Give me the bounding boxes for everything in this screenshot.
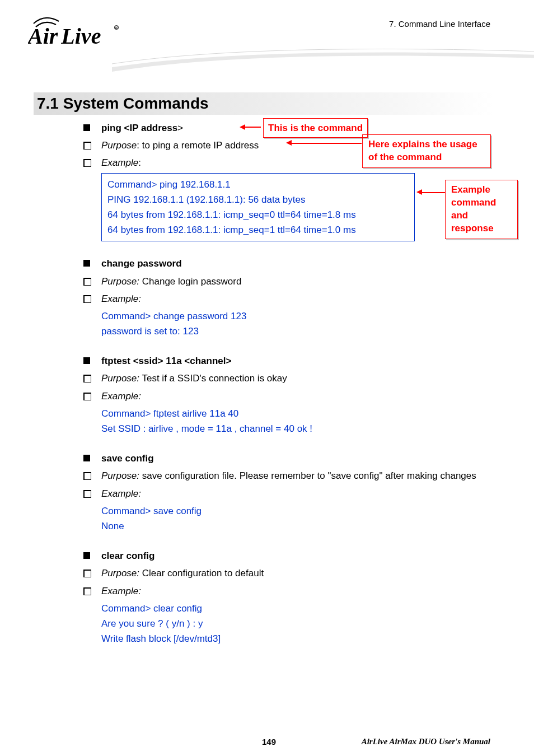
manual-title: AirLive AirMax DUO User's Manual	[362, 737, 490, 746]
svg-text:AirLive: AirLive	[28, 24, 101, 49]
saveconfig-out-l1: Command> save config	[101, 503, 501, 519]
callout-resp-l2: command and	[451, 197, 496, 221]
change-password-block: change password Purpose: Change login pa…	[76, 256, 501, 339]
cmd-ping-title: ping <IP address	[101, 123, 177, 133]
page-number: 149	[262, 737, 276, 746]
left-arrow-icon	[240, 124, 261, 130]
arrow-line	[421, 192, 445, 193]
cmd-ping-title-suffix: >	[177, 123, 183, 133]
callout-resp-l1: Example	[451, 184, 490, 195]
ftptest-out-l1: Command> ftptest airlive 11a 40	[101, 406, 501, 421]
purpose-label: Purpose:	[101, 373, 139, 384]
callout-this-is-command: This is the command	[263, 118, 368, 138]
purpose-text: Change login password	[139, 276, 241, 287]
clearconfig-out-l1: Command> clear config	[101, 601, 501, 616]
example-label: Example	[101, 157, 138, 168]
ping-command-block: ping <IP address> Purpose: to ping a rem…	[76, 120, 501, 241]
clear-config-block: clear config Purpose: Clear configuratio…	[76, 548, 501, 646]
ping-out-l3: 64 bytes from 192.168.1.1: icmp_seq=0 tt…	[107, 207, 409, 222]
callout-example-response: Example command and response	[445, 180, 518, 239]
example-label: Example:	[101, 586, 141, 596]
arrow-line	[291, 143, 362, 144]
example-label: Example:	[101, 293, 141, 304]
purpose-label: Purpose:	[101, 470, 139, 481]
cmd-changepw-title: change password	[101, 258, 182, 269]
purpose-label: Purpose	[101, 140, 137, 151]
ping-out-l2: PING 192.168.1.1 (192.168.1.1): 56 data …	[107, 192, 409, 207]
left-arrowhead-icon	[416, 189, 422, 195]
example-colon: :	[138, 157, 141, 168]
callout-usage-l1: Here explains the usage	[368, 139, 477, 150]
ping-output-box: Command> ping 192.168.1.1 PING 192.168.1…	[101, 173, 415, 242]
purpose-text: Test if a SSID's connection is okay	[139, 373, 287, 384]
cmd-clearconfig-title: clear config	[101, 550, 154, 561]
example-label: Example:	[101, 391, 141, 402]
left-arrowhead-icon	[286, 140, 292, 146]
header-swoosh	[112, 45, 534, 73]
section-heading: 7.1 System Commands	[34, 92, 493, 115]
ping-out-l1: Command> ping 192.168.1.1	[107, 177, 409, 192]
purpose-text: : to ping a remote IP address	[137, 140, 259, 151]
callout-usage: Here explains the usage of the command	[362, 134, 491, 168]
cmd-saveconfig-title: save config	[101, 453, 154, 464]
clearconfig-out-l3: Write flash block [/dev/mtd3]	[101, 631, 501, 646]
example-label: Example:	[101, 488, 141, 499]
purpose-label: Purpose:	[101, 568, 139, 578]
chapter-label: 7. Command Line Interface	[389, 19, 490, 29]
purpose-label: Purpose:	[101, 276, 139, 287]
clearconfig-out-l2: Are you sure ? ( y/n ) : y	[101, 616, 501, 631]
callout-resp-l3: response	[451, 223, 494, 234]
ping-out-l4: 64 bytes from 192.168.1.1: icmp_seq=1 tt…	[107, 222, 409, 237]
changepw-out-l2: password is set to: 123	[101, 324, 501, 339]
callout-usage-l2: of the command	[368, 152, 442, 162]
purpose-text: Clear configuration to default	[139, 568, 264, 578]
airlive-logo: AirLive R	[28, 12, 123, 52]
purpose-text: save configuration file. Please remember…	[139, 470, 476, 481]
save-config-block: save config Purpose: save configuration …	[76, 451, 501, 534]
svg-text:R: R	[115, 26, 117, 30]
ftptest-block: ftptest <ssid> 11a <channel> Purpose: Te…	[76, 353, 501, 436]
ftptest-out-l2: Set SSID : airlive , mode = 11a , channe…	[101, 421, 501, 436]
changepw-out-l1: Command> change password 123	[101, 309, 501, 324]
cmd-ftptest-title: ftptest <ssid> 11a <channel>	[101, 356, 231, 366]
saveconfig-out-l2: None	[101, 519, 501, 534]
